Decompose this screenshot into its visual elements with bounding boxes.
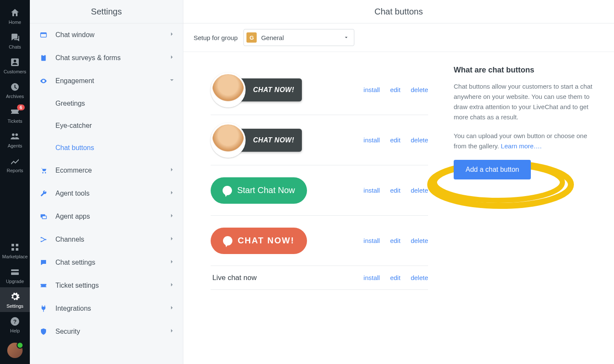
chat-button-row: Live chat now install edit delete <box>211 266 428 290</box>
info-heading: What are chat buttons <box>454 66 597 75</box>
start-chat-label: Start Chat Now <box>237 185 295 195</box>
nav-archives-label: Archives <box>6 94 24 99</box>
nav-agents[interactable]: Agents <box>0 127 30 152</box>
settings-list: Chat window Chat surveys & forms Engagem… <box>30 23 183 343</box>
setup-label: Setup for group <box>194 34 237 41</box>
settings-item-chat-window[interactable]: Chat window <box>30 23 183 46</box>
reports-icon <box>10 156 20 166</box>
svg-rect-12 <box>41 33 46 34</box>
clipboard-icon <box>39 54 48 62</box>
svg-point-21 <box>45 239 46 240</box>
settings-item-label: Integrations <box>55 305 91 312</box>
settings-sub-greetings[interactable]: Greetings <box>30 92 183 115</box>
nav-upgrade-label: Upgrade <box>6 279 24 284</box>
settings-item-agent-tools[interactable]: Agent tools <box>30 182 183 205</box>
edit-link[interactable]: edit <box>390 274 400 281</box>
svg-rect-14 <box>43 55 45 56</box>
settings-panel: Settings Chat window Chat surveys & form… <box>30 0 183 364</box>
settings-item-integrations[interactable]: Integrations <box>30 297 183 320</box>
chevron-right-icon <box>168 189 175 198</box>
nav-customers[interactable]: Customers <box>0 53 30 78</box>
edit-link[interactable]: edit <box>390 187 400 194</box>
chat-now-label: CHAT NOW! <box>237 236 294 246</box>
settings-item-agent-apps[interactable]: Agent apps <box>30 205 183 228</box>
svg-text:?: ? <box>13 318 17 325</box>
chat-icon <box>39 258 48 267</box>
settings-item-chat-settings[interactable]: Chat settings <box>30 251 183 274</box>
nav-help[interactable]: ? Help <box>0 312 30 337</box>
gear-icon <box>10 292 20 302</box>
window-icon <box>39 31 48 39</box>
add-chat-button[interactable]: Add a chat button <box>454 160 531 179</box>
nav-upgrade[interactable]: Upgrade <box>0 263 30 287</box>
chevron-right-icon <box>168 31 175 39</box>
chevron-right-icon <box>168 281 175 290</box>
learn-more-link[interactable]: Learn more…. <box>501 142 542 150</box>
delete-link[interactable]: delete <box>411 237 428 244</box>
install-link[interactable]: install <box>364 136 380 144</box>
wrench-icon <box>39 189 48 198</box>
settings-item-label: Eye-catcher <box>55 122 92 130</box>
nav-chats-label: Chats <box>9 44 21 49</box>
nav-archives[interactable]: Archives <box>0 78 30 102</box>
group-select[interactable]: G General <box>243 29 354 46</box>
chat-button-row: CHAT NOW! install edit delete <box>211 115 428 165</box>
settings-title: Settings <box>30 0 183 23</box>
chat-button-preview: Live chat now <box>211 274 321 282</box>
settings-item-label: Channels <box>55 236 84 243</box>
marketplace-icon <box>10 242 20 252</box>
delete-link[interactable]: delete <box>411 187 428 194</box>
archives-icon <box>10 82 20 92</box>
svg-rect-7 <box>11 269 19 271</box>
cart-icon <box>39 166 48 175</box>
nav-tickets[interactable]: 6 Tickets <box>0 102 30 127</box>
nav-marketplace[interactable]: Marketplace <box>0 238 30 263</box>
install-link[interactable]: install <box>364 274 380 281</box>
settings-item-security[interactable]: Security <box>30 320 183 343</box>
svg-point-20 <box>41 241 42 242</box>
chat-button-row: Start Chat Now install edit delete <box>211 165 428 216</box>
install-link[interactable]: install <box>364 237 380 244</box>
settings-item-ecommerce[interactable]: Ecommerce <box>30 159 183 182</box>
svg-rect-18 <box>42 216 46 219</box>
shield-icon <box>39 327 48 336</box>
settings-item-label: Ticket settings <box>55 282 99 289</box>
delete-link[interactable]: delete <box>411 274 428 281</box>
edit-link[interactable]: edit <box>390 86 400 93</box>
main-content: Chat buttons Setup for group G General C… <box>183 0 614 364</box>
nav-reports-label: Reports <box>7 168 23 173</box>
nav-tickets-label: Tickets <box>8 118 22 124</box>
eye-icon <box>39 77 48 85</box>
chat-button-row: CHAT NOW! install edit delete <box>211 216 428 266</box>
chevron-right-icon <box>168 327 175 336</box>
page-title: Chat buttons <box>183 0 614 23</box>
chevron-right-icon <box>168 54 175 62</box>
svg-rect-8 <box>11 272 19 275</box>
delete-link[interactable]: delete <box>411 136 428 144</box>
chevron-right-icon <box>168 235 175 244</box>
install-link[interactable]: install <box>364 187 380 194</box>
settings-sub-eye-catcher[interactable]: Eye-catcher <box>30 115 183 137</box>
settings-item-engagement[interactable]: Engagement <box>30 69 183 92</box>
settings-item-label: Chat window <box>55 31 95 39</box>
user-avatar[interactable] <box>7 343 23 358</box>
ticket-icon <box>39 281 48 290</box>
install-link[interactable]: install <box>364 86 380 93</box>
edit-link[interactable]: edit <box>390 136 400 144</box>
info-panel: What are chat buttons Chat buttons allow… <box>454 65 597 364</box>
settings-item-ticket-settings[interactable]: Ticket settings <box>30 274 183 297</box>
settings-item-surveys[interactable]: Chat surveys & forms <box>30 46 183 69</box>
settings-sub-chat-buttons[interactable]: Chat buttons <box>30 137 183 159</box>
settings-item-label: Chat surveys & forms <box>55 54 121 62</box>
svg-point-1 <box>12 133 14 136</box>
nav-home[interactable]: Home <box>0 3 30 28</box>
nav-reports[interactable]: Reports <box>0 152 30 176</box>
nav-settings[interactable]: Settings <box>0 287 30 312</box>
nav-chats[interactable]: Chats <box>0 28 30 53</box>
edit-link[interactable]: edit <box>390 237 400 244</box>
channels-icon <box>39 235 48 244</box>
delete-link[interactable]: delete <box>411 86 428 93</box>
chevron-right-icon <box>168 258 175 267</box>
chat-button-preview: CHAT NOW! <box>211 228 321 254</box>
settings-item-channels[interactable]: Channels <box>30 228 183 251</box>
